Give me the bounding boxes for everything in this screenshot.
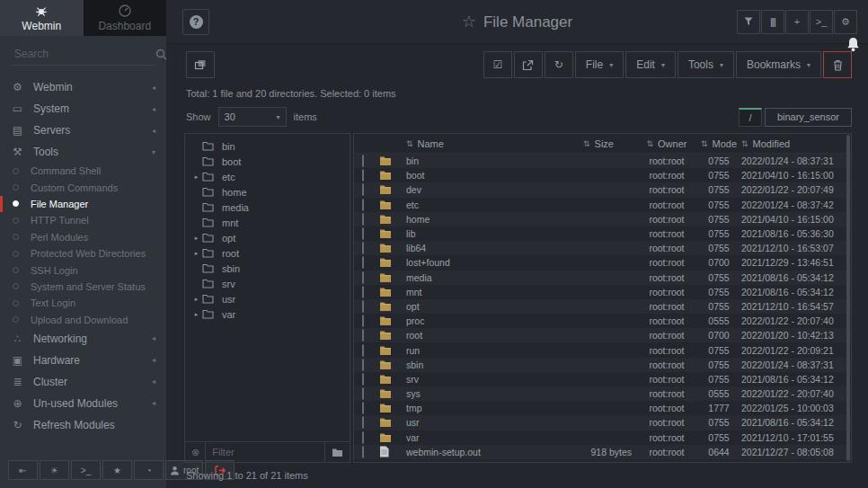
sidebar-subitem[interactable]: HTTP Tunnel (0, 212, 166, 228)
table-row[interactable]: bin root:root 0755 2022/01/24 - 08:37:31 (354, 154, 851, 168)
search-input[interactable] (13, 47, 155, 61)
sidebar-subitem[interactable]: Perl Modules (0, 229, 166, 245)
table-row[interactable]: home root:root 0755 2021/04/10 - 16:15:0… (354, 212, 851, 226)
file-name[interactable]: dev (406, 184, 552, 195)
tab-webmin[interactable]: Webmin (0, 0, 84, 36)
row-checkbox[interactable] (362, 227, 364, 240)
row-checkbox[interactable] (362, 155, 364, 167)
table-row[interactable]: proc root:root 0555 2022/01/22 - 20:07:4… (354, 314, 851, 328)
row-checkbox[interactable] (362, 373, 364, 386)
table-row[interactable]: run root:root 0755 2022/01/22 - 20:09:21 (354, 342, 851, 357)
bookmarks-menu-button[interactable]: Bookmarks▾ (736, 51, 821, 78)
row-checkbox[interactable] (362, 402, 364, 414)
row-checkbox[interactable] (362, 213, 364, 226)
tree-item[interactable]: srv (185, 276, 350, 291)
tree-folder-button[interactable] (324, 442, 343, 462)
file-name[interactable]: media (406, 272, 552, 283)
table-row[interactable]: var root:root 0755 2021/12/10 - 17:01:55 (354, 430, 851, 445)
language-button[interactable]: ◔ (134, 460, 164, 480)
file-name[interactable]: webmin-setup.out (406, 447, 552, 457)
tree-item[interactable]: media (185, 200, 350, 215)
sidebar-item[interactable]: ▭ System ◂ (0, 98, 166, 120)
row-checkbox[interactable] (362, 344, 364, 357)
file-name[interactable]: srv (406, 374, 552, 385)
select-all-button[interactable]: ☑ (483, 51, 512, 78)
expand-caret-icon[interactable]: ▸ (190, 311, 202, 318)
row-checkbox[interactable] (362, 431, 364, 444)
tree-item[interactable]: mnt (185, 215, 350, 230)
table-row[interactable]: etc root:root 0755 2022/01/24 - 08:37:42 (354, 198, 851, 212)
sidebar-item[interactable]: ▤ Servers ◂ (0, 120, 166, 141)
tree-filter-input[interactable] (205, 441, 319, 463)
file-menu-button[interactable]: File▾ (575, 51, 624, 78)
row-checkbox[interactable] (362, 183, 364, 196)
add-tab-button[interactable]: + (785, 10, 809, 34)
file-name[interactable]: home (406, 214, 552, 225)
file-name[interactable]: etc (406, 200, 552, 210)
table-row[interactable]: lost+found root:root 0700 2021/12/29 - 1… (354, 255, 851, 270)
table-row[interactable]: usr root:root 0755 2021/08/16 - 05:34:12 (354, 415, 851, 430)
sort-icon[interactable]: ⇅ (741, 139, 748, 148)
row-checkbox[interactable] (362, 446, 364, 458)
sidebar-subitem[interactable]: Text Login (0, 295, 166, 311)
shell-button[interactable]: >_ (71, 460, 101, 480)
table-row[interactable]: boot root:root 0755 2021/04/10 - 16:15:0… (354, 168, 851, 182)
refresh-button[interactable]: ↻ (545, 51, 573, 78)
export-button[interactable] (514, 51, 543, 78)
file-name[interactable]: sbin (406, 359, 552, 370)
file-name[interactable]: mnt (406, 287, 552, 297)
tree-item[interactable]: ▸ usr (185, 291, 350, 306)
sidebar-subitem[interactable]: Upload and Download (0, 312, 166, 328)
file-name[interactable]: proc (406, 315, 552, 326)
column-size[interactable]: ⇅Size (552, 138, 637, 149)
file-name[interactable]: tmp (406, 403, 552, 413)
column-mode[interactable]: ⇅Mode (696, 138, 741, 149)
help-button[interactable]: ? (182, 9, 209, 35)
tools-menu-button[interactable]: Tools▾ (678, 51, 734, 78)
expand-caret-icon[interactable]: ▸ (190, 250, 202, 257)
tree-item[interactable]: ▸ opt (185, 230, 350, 245)
row-checkbox[interactable] (362, 242, 364, 254)
table-row[interactable]: dev root:root 0755 2022/01/22 - 20:07:49 (354, 182, 851, 197)
breadcrumb-current-button[interactable]: binary_sensor (765, 108, 852, 127)
table-row[interactable]: srv root:root 0755 2021/08/16 - 05:34:12 (354, 372, 851, 386)
file-name[interactable]: run (406, 345, 552, 356)
edit-menu-button[interactable]: Edit▾ (625, 51, 676, 78)
settings-button[interactable]: ⚙ (834, 10, 857, 34)
file-name[interactable]: var (406, 432, 552, 443)
row-checkbox[interactable] (362, 169, 364, 182)
sidebar-subitem[interactable]: File Manager (0, 196, 166, 212)
sidebar-subitem[interactable]: System and Server Status (0, 279, 166, 295)
sidebar-item[interactable]: ⚙ Webmin ◂ (0, 76, 166, 98)
row-checkbox[interactable] (362, 416, 364, 429)
row-checkbox[interactable] (362, 329, 364, 342)
row-checkbox[interactable] (362, 271, 364, 284)
row-checkbox[interactable] (362, 300, 364, 313)
tree-item[interactable]: boot (185, 154, 350, 169)
sort-icon[interactable]: ⇅ (647, 139, 654, 148)
row-checkbox[interactable] (362, 199, 364, 211)
sidebar-item[interactable]: ≣ Cluster ◂ (0, 371, 166, 393)
terminal-button[interactable]: >_ (810, 10, 833, 34)
row-checkbox[interactable] (362, 387, 364, 400)
file-name[interactable]: usr (406, 417, 552, 428)
expand-caret-icon[interactable]: ▸ (190, 296, 202, 303)
table-row[interactable]: webmin-setup.out 918 bytes root:root 064… (354, 445, 851, 459)
sort-icon[interactable]: ⇅ (406, 139, 413, 148)
table-row[interactable]: sbin root:root 0755 2022/01/24 - 08:37:3… (354, 358, 851, 372)
sidebar-subitem[interactable]: SSH Login (0, 262, 166, 278)
table-row[interactable]: opt root:root 0755 2021/12/10 - 16:54:57 (354, 299, 851, 314)
sort-icon[interactable]: ⇅ (583, 139, 590, 148)
column-name[interactable]: ⇅Name (406, 138, 552, 149)
tree-item[interactable]: home (185, 184, 350, 200)
filter-button[interactable] (737, 10, 760, 34)
sidebar-item[interactable]: ▣ Hardware ◂ (0, 350, 166, 371)
row-checkbox[interactable] (362, 286, 364, 298)
sidebar-item[interactable]: ⚒ Tools ▾ (0, 141, 166, 163)
sidebar-item[interactable]: ↻ Refresh Modules (0, 414, 166, 436)
favorites-button[interactable]: ★ (102, 460, 132, 480)
tree-item[interactable]: ▸ etc (185, 169, 350, 184)
tab-dashboard[interactable]: Dashboard (84, 0, 167, 36)
column-modified[interactable]: ⇅Modified (741, 138, 851, 149)
sidebar-subitem[interactable]: Protected Web Directories (0, 245, 166, 262)
